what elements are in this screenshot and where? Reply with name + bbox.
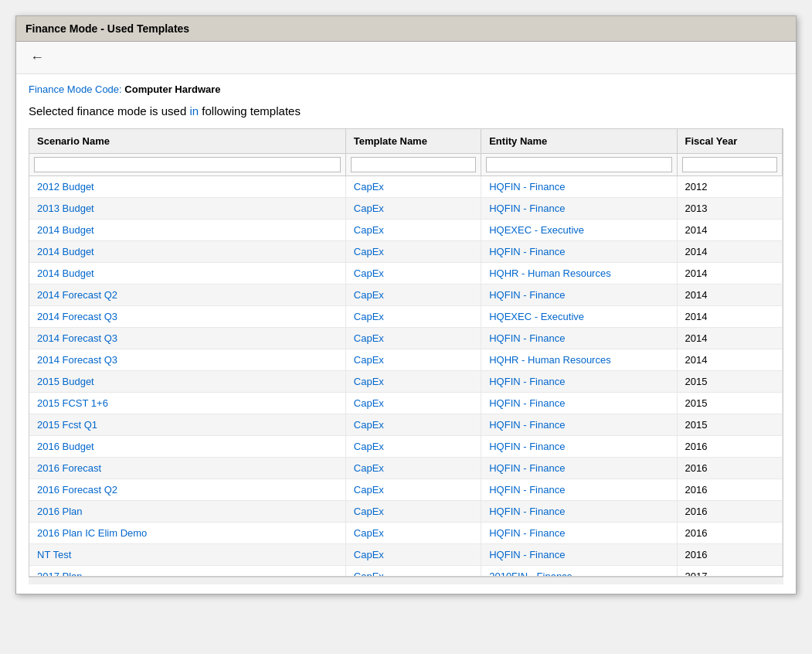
cell-fiscal: 2014 bbox=[677, 349, 782, 371]
cell-entity: HQFIN - Finance bbox=[481, 458, 677, 479]
table-row: 2015 BudgetCapExHQFIN - Finance2015 bbox=[29, 371, 783, 393]
scenario-link[interactable]: 2014 Budget bbox=[37, 267, 94, 279]
template-link[interactable]: CapEx bbox=[354, 246, 384, 257]
cell-template: CapEx bbox=[345, 306, 481, 328]
template-link[interactable]: CapEx bbox=[354, 397, 384, 409]
table-row: 2015 Fcst Q1CapExHQFIN - Finance2015 bbox=[29, 414, 783, 436]
scenario-link[interactable]: 2013 Budget bbox=[37, 203, 94, 214]
cell-template: CapEx bbox=[345, 544, 481, 566]
template-link[interactable]: CapEx bbox=[354, 462, 384, 474]
filter-cell-scenario bbox=[29, 154, 345, 176]
cell-scenario: 2014 Budget bbox=[29, 263, 345, 284]
cell-scenario: 2014 Forecast Q3 bbox=[29, 328, 345, 349]
table-row: 2016 Forecast Q2CapExHQFIN - Finance2016 bbox=[29, 479, 783, 501]
back-button[interactable]: ← bbox=[25, 48, 49, 67]
scenario-link[interactable]: 2015 Budget bbox=[37, 376, 94, 387]
cell-scenario: 2016 Forecast bbox=[29, 458, 345, 479]
cell-template: CapEx bbox=[345, 479, 481, 501]
entity-link[interactable]: HQFIN - Finance bbox=[489, 203, 565, 214]
template-link[interactable]: CapEx bbox=[354, 332, 384, 344]
entity-link[interactable]: HQFIN - Finance bbox=[489, 527, 565, 539]
entity-link[interactable]: HQFIN - Finance bbox=[489, 332, 565, 344]
cell-scenario: 2015 Fcst Q1 bbox=[29, 414, 345, 436]
scenario-link[interactable]: 2016 Forecast Q2 bbox=[37, 484, 117, 496]
scenario-link[interactable]: 2015 FCST 1+6 bbox=[37, 397, 108, 409]
entity-link[interactable]: HQFIN - Finance bbox=[489, 376, 565, 387]
cell-template: CapEx bbox=[345, 198, 481, 220]
cell-fiscal: 2016 bbox=[677, 479, 782, 501]
entity-link[interactable]: HQFIN - Finance bbox=[489, 181, 565, 192]
template-link[interactable]: CapEx bbox=[354, 549, 384, 560]
cell-fiscal: 2016 bbox=[677, 523, 782, 544]
cell-fiscal: 2016 bbox=[677, 458, 782, 479]
filter-scenario-input[interactable] bbox=[34, 157, 341, 172]
filter-template-input[interactable] bbox=[351, 157, 476, 172]
template-link[interactable]: CapEx bbox=[354, 376, 384, 387]
scenario-link[interactable]: 2016 Plan bbox=[37, 506, 83, 517]
entity-link[interactable]: 2010FIN - Finance bbox=[489, 571, 572, 577]
cell-template: CapEx bbox=[345, 458, 481, 479]
entity-link[interactable]: HQFIN - Finance bbox=[489, 441, 565, 452]
window-title: Finance Mode - Used Templates bbox=[25, 22, 189, 35]
template-link[interactable]: CapEx bbox=[354, 571, 384, 577]
template-link[interactable]: CapEx bbox=[354, 224, 384, 236]
cell-entity: HQFIN - Finance bbox=[481, 284, 677, 306]
template-link[interactable]: CapEx bbox=[354, 441, 384, 452]
scenario-link[interactable]: 2014 Forecast Q2 bbox=[37, 289, 117, 301]
toolbar: ← bbox=[16, 42, 796, 74]
template-link[interactable]: CapEx bbox=[354, 181, 384, 192]
entity-link[interactable]: HQEXEC - Executive bbox=[489, 224, 584, 236]
entity-link[interactable]: HQFIN - Finance bbox=[489, 397, 565, 409]
cell-template: CapEx bbox=[345, 566, 481, 577]
template-link[interactable]: CapEx bbox=[354, 527, 384, 539]
scenario-link[interactable]: 2016 Forecast bbox=[37, 462, 101, 474]
entity-link[interactable]: HQFIN - Finance bbox=[489, 506, 565, 517]
entity-link[interactable]: HQFIN - Finance bbox=[489, 484, 565, 496]
scenario-link[interactable]: 2016 Plan IC Elim Demo bbox=[37, 527, 147, 539]
scenario-link[interactable]: 2016 Budget bbox=[37, 441, 94, 452]
cell-entity: HQFIN - Finance bbox=[481, 241, 677, 263]
cell-fiscal: 2015 bbox=[677, 414, 782, 436]
cell-scenario: 2016 Plan bbox=[29, 501, 345, 523]
entity-link[interactable]: HQEXEC - Executive bbox=[489, 311, 584, 322]
template-link[interactable]: CapEx bbox=[354, 311, 384, 322]
filter-entity-input[interactable] bbox=[486, 157, 671, 172]
template-link[interactable]: CapEx bbox=[354, 484, 384, 496]
scenario-link[interactable]: NT Test bbox=[37, 549, 71, 560]
entity-link[interactable]: HQFIN - Finance bbox=[489, 289, 565, 301]
table-container[interactable]: Scenario Name Template Name Entity Name … bbox=[29, 128, 783, 577]
entity-link[interactable]: HQFIN - Finance bbox=[489, 246, 565, 257]
used-templates-table: Scenario Name Template Name Entity Name … bbox=[29, 129, 783, 577]
scenario-link[interactable]: 2014 Budget bbox=[37, 246, 94, 257]
cell-template: CapEx bbox=[345, 284, 481, 306]
entity-link[interactable]: HQFIN - Finance bbox=[489, 462, 565, 474]
template-link[interactable]: CapEx bbox=[354, 203, 384, 214]
scenario-link[interactable]: 2017 Plan bbox=[37, 571, 83, 577]
cell-template: CapEx bbox=[345, 176, 481, 198]
cell-entity: HQFIN - Finance bbox=[481, 544, 677, 566]
template-link[interactable]: CapEx bbox=[354, 267, 384, 279]
filter-fiscal-input[interactable] bbox=[682, 157, 777, 172]
template-link[interactable]: CapEx bbox=[354, 506, 384, 517]
column-header-row: Scenario Name Template Name Entity Name … bbox=[29, 129, 783, 154]
template-link[interactable]: CapEx bbox=[354, 419, 384, 431]
cell-entity: 2010FIN - Finance bbox=[481, 566, 677, 577]
entity-link[interactable]: HQHR - Human Resources bbox=[489, 354, 611, 366]
scenario-link[interactable]: 2015 Fcst Q1 bbox=[37, 419, 97, 431]
scenario-link[interactable]: 2014 Forecast Q3 bbox=[37, 311, 117, 322]
scenario-link[interactable]: 2014 Forecast Q3 bbox=[37, 332, 117, 344]
entity-link[interactable]: HQFIN - Finance bbox=[489, 549, 565, 560]
filter-row bbox=[29, 154, 783, 176]
entity-link[interactable]: HQFIN - Finance bbox=[489, 419, 565, 431]
template-link[interactable]: CapEx bbox=[354, 354, 384, 366]
scenario-link[interactable]: 2012 Budget bbox=[37, 181, 94, 192]
scenario-link[interactable]: 2014 Budget bbox=[37, 224, 94, 236]
filter-cell-entity bbox=[481, 154, 677, 176]
cell-fiscal: 2014 bbox=[677, 241, 782, 263]
table-row: 2014 Forecast Q3CapExHQHR - Human Resour… bbox=[29, 349, 783, 371]
cell-scenario: 2015 FCST 1+6 bbox=[29, 393, 345, 414]
template-link[interactable]: CapEx bbox=[354, 289, 384, 301]
entity-link[interactable]: HQHR - Human Resources bbox=[489, 267, 611, 279]
filter-cell-fiscal bbox=[677, 154, 782, 176]
scenario-link[interactable]: 2014 Forecast Q3 bbox=[37, 354, 117, 366]
